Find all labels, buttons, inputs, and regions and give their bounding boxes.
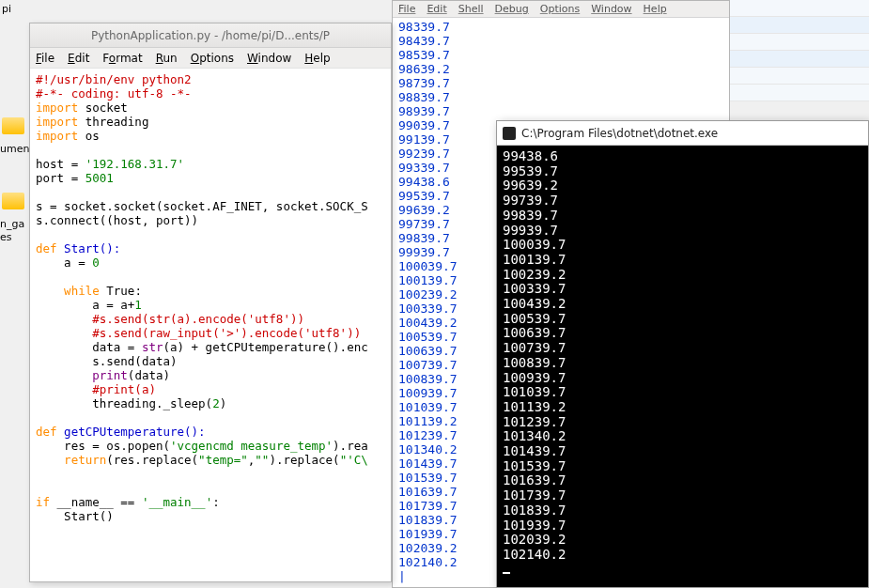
shell-menubar[interactable]: File Edit Shell Debug Options Window Hel… [393, 1, 729, 18]
menu-format[interactable]: Format [102, 52, 142, 65]
idle-titlebar: PythonApplication.py - /home/pi/D...ents… [30, 23, 391, 48]
menu-window[interactable]: Window [247, 52, 291, 65]
menu-help[interactable]: Help [304, 52, 330, 65]
console-titlebar[interactable]: C:\Program Files\dotnet\dotnet.exe [497, 121, 868, 146]
desktop-label-es: es [0, 231, 12, 243]
menu-edit[interactable]: Edit [68, 52, 89, 65]
menu-options[interactable]: Options [191, 52, 234, 65]
folder-icon [2, 117, 24, 134]
menu-file[interactable]: File [36, 52, 54, 65]
code-editor[interactable]: #!/usr/bin/env python2 #-*- coding: utf-… [30, 69, 391, 581]
menu-debug[interactable]: Debug [495, 3, 529, 15]
menu-edit[interactable]: Edit [427, 3, 446, 15]
folder-icon [2, 193, 24, 209]
desktop-label-games: n_ga [0, 218, 24, 230]
desktop-label-documents: umen [0, 143, 29, 155]
menu-options[interactable]: Options [540, 3, 580, 15]
menu-file[interactable]: File [398, 3, 415, 15]
menu-run[interactable]: Run [156, 52, 178, 65]
console-icon [503, 127, 516, 140]
menu-window[interactable]: Window [591, 3, 631, 15]
menu-shell[interactable]: Shell [458, 3, 484, 15]
console-output: 99438.6 99539.7 99639.2 99739.7 99839.7 … [497, 146, 868, 587]
menu-help[interactable]: Help [644, 3, 667, 15]
console-window: C:\Program Files\dotnet\dotnet.exe 99438… [496, 120, 869, 588]
background-rows [730, 0, 869, 101]
idle-menubar[interactable]: File Edit Format Run Options Window Help [30, 48, 391, 69]
desktop-label-pi: pi [2, 3, 11, 15]
console-title: C:\Program Files\dotnet\dotnet.exe [521, 127, 718, 140]
idle-editor-window: PythonApplication.py - /home/pi/D...ents… [29, 23, 392, 582]
